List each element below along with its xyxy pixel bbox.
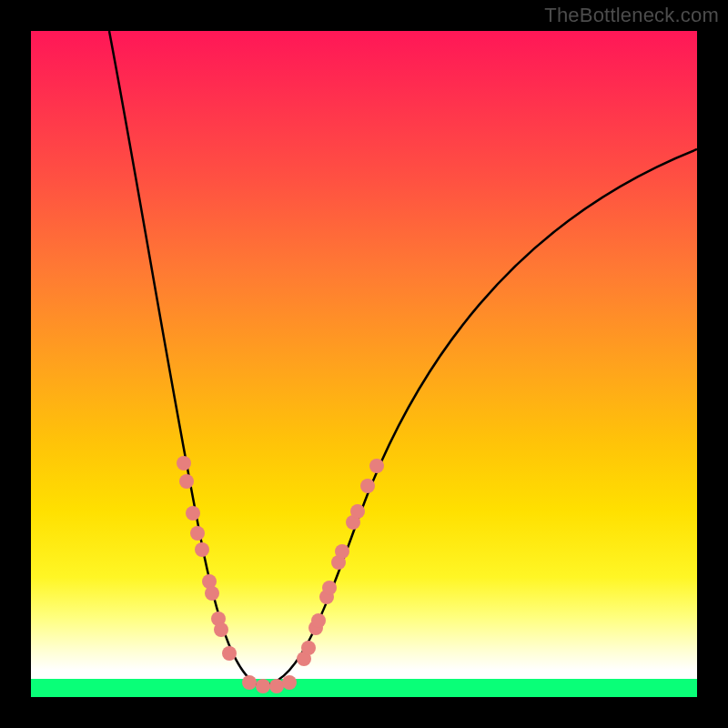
bottleneck-curve — [31, 31, 697, 697]
sample-dot — [205, 586, 219, 601]
sample-dot — [269, 679, 284, 693]
sample-dot — [186, 506, 200, 521]
sample-dot — [282, 675, 297, 690]
plot-area — [31, 31, 697, 697]
sample-dot — [335, 544, 349, 559]
curve-right-arm — [258, 149, 697, 686]
sample-dot — [222, 646, 237, 661]
sample-dot — [179, 474, 194, 489]
sample-dot — [369, 459, 384, 473]
sample-dot — [322, 581, 337, 595]
sample-dot — [311, 613, 326, 628]
sample-dot — [242, 675, 257, 690]
sample-dot — [214, 622, 228, 637]
sample-dots — [177, 456, 384, 693]
sample-dot — [195, 542, 209, 557]
sample-dot — [350, 504, 365, 519]
sample-dot — [256, 679, 270, 693]
curve-left-arm — [109, 31, 258, 686]
chart-stage: TheBottleneck.com — [0, 0, 728, 728]
sample-dot — [190, 526, 205, 541]
sample-dot — [177, 456, 191, 470]
watermark-text: TheBottleneck.com — [544, 4, 719, 27]
sample-dot — [301, 641, 316, 655]
sample-dot — [360, 479, 375, 493]
